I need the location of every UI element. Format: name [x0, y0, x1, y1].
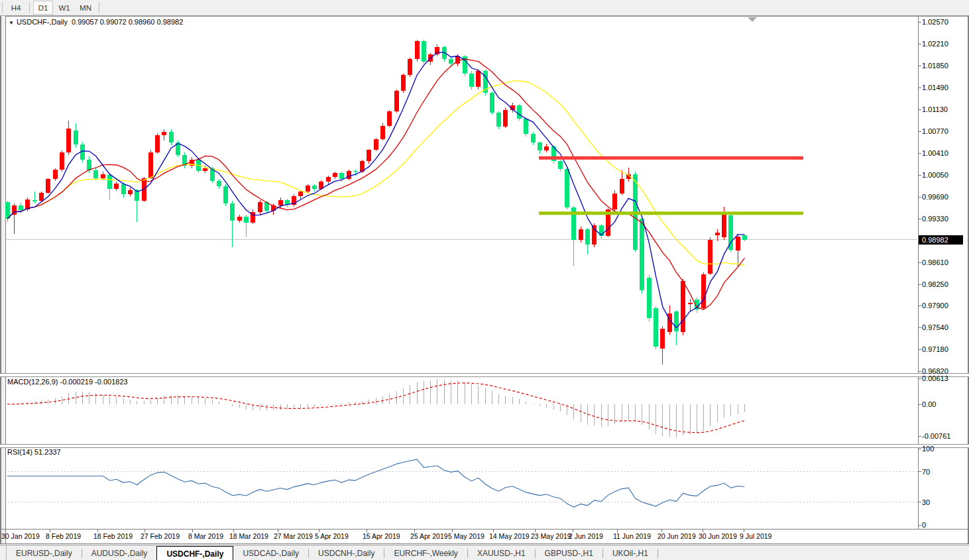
date-axis-label: 30 Jun 2019 — [699, 532, 737, 540]
chart-ohlc-values: 0.99057 0.99072 0.98960 0.98982 — [72, 18, 183, 26]
candle — [306, 186, 310, 192]
rsi-label: RSI(14) — [7, 448, 32, 456]
date-axis-label: 5 May 2019 — [448, 532, 484, 540]
price-axis-label: 0.97180 — [922, 345, 948, 353]
candle — [660, 329, 665, 349]
candle — [155, 135, 160, 152]
candle — [640, 219, 644, 290]
candle — [46, 179, 50, 192]
candle — [476, 71, 481, 87]
macd-axis-label: 0.00 — [922, 400, 936, 408]
price-axis-label: 1.00410 — [922, 149, 948, 157]
candle — [524, 119, 528, 134]
candle — [203, 168, 207, 171]
date-axis-label: 15 Apr 2019 — [363, 532, 400, 540]
candle — [39, 193, 44, 201]
price-axis-label: 0.99690 — [922, 193, 948, 201]
candle — [469, 74, 474, 87]
candle — [87, 160, 91, 170]
candle — [258, 202, 262, 212]
macd-main-value: -0.000219 — [60, 378, 93, 386]
candle — [544, 146, 549, 150]
candle — [647, 278, 652, 318]
date-axis-label: 20 Jun 2019 — [657, 532, 696, 540]
candle — [128, 190, 133, 194]
candle — [326, 177, 331, 182]
chart-symbol-label: USDCHF-,Daily — [17, 18, 68, 26]
date-axis-label: 27 Mar 2019 — [274, 532, 313, 540]
date-axis-label: 30 Jan 2019 — [1, 532, 40, 540]
candle — [394, 91, 399, 111]
candle — [5, 202, 10, 219]
price-axis-label: 0.99330 — [922, 215, 948, 223]
candle — [496, 113, 501, 127]
price-axis-label: 1.00770 — [922, 127, 948, 135]
candle — [148, 152, 153, 178]
candle — [367, 150, 371, 161]
candle — [490, 93, 494, 112]
candle — [107, 175, 112, 189]
candle — [353, 171, 358, 172]
price-axis-label: 1.01490 — [922, 84, 948, 91]
candle — [339, 173, 344, 179]
price-axis-label: 0.97900 — [922, 302, 948, 309]
price-axis-label: 1.01850 — [922, 62, 948, 70]
candle — [422, 41, 426, 61]
symbol-dropdown-icon[interactable]: ▼ — [9, 20, 14, 26]
date-axis-label: 23 May 2019 — [531, 532, 571, 540]
rsi-value: 51.2337 — [34, 448, 61, 456]
candle — [223, 186, 228, 203]
candle — [278, 200, 283, 205]
candle — [244, 217, 249, 223]
candle — [19, 205, 23, 210]
candle — [517, 105, 522, 119]
candle — [60, 152, 64, 170]
date-axis-label: 8 Feb 2019 — [46, 532, 81, 540]
rsi-axis-label: 0 — [922, 521, 926, 529]
price-axis-label: 1.02210 — [922, 40, 948, 48]
rsi-line — [7, 459, 744, 507]
date-axis-label: 27 Feb 2019 — [141, 532, 180, 540]
candle — [565, 169, 569, 207]
macd-axis-label: 0.00613 — [922, 374, 948, 382]
date-axis-label: 8 Mar 2019 — [188, 532, 223, 540]
candle — [53, 170, 58, 180]
candle — [531, 134, 536, 143]
candle — [715, 233, 720, 235]
resistance-line[interactable] — [539, 156, 803, 160]
date-axis-label: 14 May 2019 — [489, 532, 530, 540]
price-axis-label: 1.00050 — [922, 171, 948, 179]
date-axis-label: 18 Feb 2019 — [93, 532, 133, 540]
rsi-axis-label: 70 — [922, 468, 930, 476]
date-axis-label: 11 Jun 2019 — [613, 532, 651, 540]
candle — [681, 281, 685, 332]
candle — [558, 161, 563, 169]
chart-shift-marker-icon[interactable] — [748, 17, 757, 22]
candle — [579, 229, 583, 241]
candle — [742, 235, 747, 240]
macd-title: MACD(12,26,9) -0.000219 -0.001823 — [7, 378, 128, 386]
candle — [121, 184, 126, 195]
rsi-title: RSI(14) 51.2337 — [7, 448, 61, 456]
date-axis-label: 2 Jun 2019 — [569, 532, 603, 540]
candle — [333, 173, 337, 177]
price-chart-canvas[interactable] — [0, 0, 969, 560]
support-line[interactable] — [539, 211, 803, 215]
candle — [74, 131, 78, 144]
candle — [722, 214, 726, 238]
date-axis-label: 25 Apr 2019 — [410, 532, 448, 540]
candle — [298, 192, 303, 196]
macd-label: MACD(12,26,9) — [7, 378, 58, 386]
candle — [408, 59, 412, 75]
macd-signal-line — [7, 383, 744, 433]
price-axis-label: 1.01130 — [922, 105, 948, 113]
candle — [592, 225, 597, 245]
rsi-axis-label: 30 — [922, 498, 930, 506]
candle — [237, 217, 242, 221]
price-axis-label: 0.98610 — [922, 258, 948, 266]
candle — [217, 181, 221, 186]
candle — [449, 59, 453, 64]
macd-signal-value: -0.001823 — [95, 378, 128, 386]
candle — [585, 229, 590, 245]
candle — [230, 203, 235, 221]
